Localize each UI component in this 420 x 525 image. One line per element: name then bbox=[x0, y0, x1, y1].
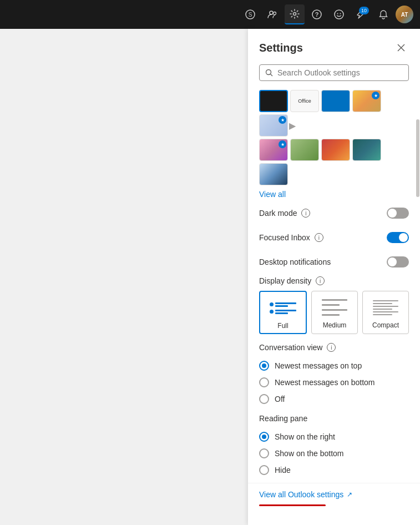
topbar: S ? 10 bbox=[0, 0, 420, 29]
theme-star-badge-2: ★ bbox=[279, 116, 286, 124]
density-options: Full Medium bbox=[259, 291, 409, 334]
dark-mode-info[interactable]: i bbox=[301, 209, 310, 218]
svg-point-7 bbox=[335, 10, 343, 19]
svg-point-12 bbox=[266, 70, 271, 75]
theme-sunset[interactable] bbox=[321, 139, 350, 161]
theme-star-badge: ★ bbox=[372, 92, 379, 99]
conversation-newest-top-radio[interactable] bbox=[259, 361, 269, 371]
dark-mode-label: Dark mode i bbox=[259, 209, 310, 218]
conversation-newest-top-label: Newest messages on top bbox=[275, 361, 362, 370]
svg-point-9 bbox=[340, 13, 341, 14]
desktop-notifications-label: Desktop notifications bbox=[259, 258, 331, 266]
conversation-off-label: Off bbox=[275, 395, 285, 403]
reading-pane-hide-option[interactable]: Hide bbox=[259, 462, 409, 478]
view-all-themes-link[interactable]: View all bbox=[248, 185, 420, 201]
conversation-newest-bottom-label: Newest messages on bottom bbox=[275, 378, 375, 387]
display-density-info[interactable]: i bbox=[316, 276, 325, 285]
theme-green[interactable] bbox=[290, 139, 319, 161]
conversation-off-option[interactable]: Off bbox=[259, 391, 409, 407]
conversation-view-info[interactable]: i bbox=[327, 343, 336, 352]
reading-pane-right-label: Show on the right bbox=[275, 432, 335, 441]
bell-icon[interactable] bbox=[373, 4, 393, 24]
reading-pane-group: Reading pane Show on the right Show on t… bbox=[248, 412, 420, 483]
themes-row-1: Office ★ ★ ▶ bbox=[248, 90, 420, 137]
settings-scroll-area: Dark mode i Focused Inbox i Desktop noti… bbox=[248, 201, 420, 525]
conversation-newest-bottom-option[interactable]: Newest messages on bottom bbox=[259, 374, 409, 391]
view-all-settings-row: View all Outlook settings ↗ bbox=[248, 483, 420, 503]
reading-pane-bottom-option[interactable]: Show on the bottom bbox=[259, 445, 409, 462]
density-compact-label: Compact bbox=[372, 321, 399, 329]
theme-office[interactable]: Office bbox=[290, 90, 319, 112]
desktop-notifications-toggle[interactable] bbox=[387, 256, 409, 267]
display-density-section: Display density i bbox=[248, 274, 420, 341]
avatar[interactable]: AT bbox=[396, 6, 413, 23]
notification-badge: 10 bbox=[359, 7, 369, 14]
reading-pane-right-radio[interactable] bbox=[259, 432, 269, 442]
density-full-icon bbox=[268, 296, 298, 320]
theme-vacation[interactable] bbox=[259, 163, 288, 185]
density-medium-icon bbox=[320, 296, 350, 319]
conversation-off-radio[interactable] bbox=[259, 394, 269, 404]
theme-pink[interactable]: ★ bbox=[259, 139, 288, 161]
reading-pane-right-option[interactable]: Show on the right bbox=[259, 428, 409, 445]
conversation-view-group: Conversation view i Newest messages on t… bbox=[248, 341, 420, 412]
density-full-label: Full bbox=[277, 322, 288, 330]
scroll-indicator: ▶ bbox=[290, 114, 295, 137]
view-all-settings-link[interactable]: View all Outlook settings bbox=[259, 490, 343, 499]
reading-pane-hide-label: Hide bbox=[275, 466, 291, 474]
help-icon[interactable]: ? bbox=[307, 4, 327, 24]
reading-pane-title: Reading pane bbox=[259, 414, 409, 423]
settings-panel: Settings Office ★ bbox=[248, 29, 420, 525]
reading-pane-hide-radio[interactable] bbox=[259, 465, 269, 475]
main-area: Settings Office ★ bbox=[0, 29, 420, 525]
focused-inbox-row: Focused Inbox i bbox=[248, 225, 420, 250]
search-input[interactable] bbox=[277, 68, 403, 77]
theme-teal[interactable] bbox=[352, 139, 381, 161]
theme-star-badge-3: ★ bbox=[279, 140, 286, 148]
left-panel bbox=[0, 29, 248, 525]
reading-pane-bottom-label: Show on the bottom bbox=[275, 449, 344, 458]
desktop-notifications-row: Desktop notifications bbox=[248, 250, 420, 274]
red-underline bbox=[259, 504, 326, 506]
people-icon[interactable] bbox=[262, 4, 282, 24]
scrollbar-track[interactable] bbox=[416, 115, 420, 525]
emoji-icon[interactable] bbox=[329, 4, 349, 24]
density-full-option[interactable]: Full bbox=[259, 291, 307, 334]
svg-point-2 bbox=[270, 11, 273, 14]
scrollbar-thumb[interactable] bbox=[416, 119, 419, 197]
dark-mode-row: Dark mode i bbox=[248, 201, 420, 225]
svg-line-13 bbox=[271, 74, 273, 77]
svg-point-4 bbox=[294, 13, 296, 16]
conversation-newest-bottom-radio[interactable] bbox=[259, 377, 269, 387]
svg-text:?: ? bbox=[315, 11, 319, 18]
settings-title: Settings bbox=[259, 42, 303, 54]
svg-text:S: S bbox=[249, 12, 252, 18]
dark-mode-toggle[interactable] bbox=[387, 208, 409, 219]
themes-row-2: ★ bbox=[248, 139, 420, 185]
focused-inbox-label: Focused Inbox i bbox=[259, 233, 323, 242]
reading-pane-bottom-radio[interactable] bbox=[259, 448, 269, 458]
density-compact-icon bbox=[371, 296, 401, 319]
focused-inbox-toggle[interactable] bbox=[387, 232, 409, 243]
svg-point-8 bbox=[337, 13, 338, 14]
display-density-label: Display density i bbox=[259, 276, 409, 285]
density-medium-label: Medium bbox=[323, 321, 347, 329]
theme-black[interactable] bbox=[259, 90, 288, 112]
density-medium-option[interactable]: Medium bbox=[311, 291, 358, 334]
close-button[interactable] bbox=[393, 40, 409, 55]
density-compact-option[interactable]: Compact bbox=[362, 291, 409, 334]
conversation-view-title: Conversation view i bbox=[259, 343, 409, 352]
theme-office-label: Office bbox=[298, 98, 311, 104]
feedback-icon[interactable]: 10 bbox=[351, 4, 371, 24]
settings-header: Settings bbox=[248, 29, 420, 64]
theme-gold[interactable]: ★ bbox=[352, 90, 381, 112]
skype-icon[interactable]: S bbox=[240, 4, 260, 24]
theme-blue[interactable] bbox=[321, 90, 350, 112]
theme-lightblue[interactable]: ★ bbox=[259, 114, 288, 137]
search-box[interactable] bbox=[259, 64, 409, 81]
svg-point-3 bbox=[274, 12, 276, 15]
conversation-newest-top-option[interactable]: Newest messages on top bbox=[259, 357, 409, 374]
focused-inbox-info[interactable]: i bbox=[315, 233, 323, 242]
search-icon bbox=[265, 69, 273, 77]
settings-icon[interactable] bbox=[285, 4, 305, 24]
